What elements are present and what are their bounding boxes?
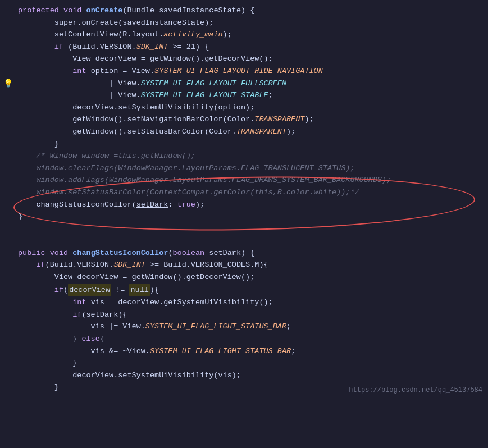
lightbulb-icon: 💡 [3,77,13,90]
code-text: void [50,247,68,259]
code-text: activity_main [163,29,222,41]
code-text: ){ [150,284,159,296]
code-line-comment-4: window.setStatusBarColor(ContextCompat.g… [0,186,488,199]
code-text: onCreate [86,4,123,17]
code-text: getWindow().setStatusBarColor(Color. [18,126,236,138]
code-text: ); [195,199,204,211]
code-text: ); [223,29,232,41]
code-text: int [72,296,86,309]
code-text: void [63,4,81,17]
code-text [81,4,86,17]
footer-url: https://blog.csdn.net/qq_45137584 [349,385,482,396]
code-text: (Bundle savedInstanceState) { [122,4,254,17]
code-text: } [18,381,59,394]
code-text: setDark [136,199,168,211]
code-line-12: } [0,138,488,150]
code-line-3: setContentView(R.layout.activity_main); [0,29,488,41]
code-text: window.addFlags(WindowManager.LayoutPara… [18,174,391,186]
code-text: } [18,357,77,369]
code-line-22: if(Build.VERSION.SDK_INT >= Build.VERSIO… [0,259,488,271]
code-line-4: if (Build.VERSION.SDK_INT >= 21) { [0,41,488,53]
code-text: if [36,259,45,271]
code-text: setContentView(R.layout. [18,29,163,41]
code-text: ; [291,345,295,358]
code-text: else [81,333,99,345]
code-text: SYSTEM_UI_FLAG_LIGHT_STATUS_BAR [150,345,291,358]
code-line-21: public void changStatusIconCollor(boolea… [0,247,488,259]
code-text: (Build.VERSION. [63,41,136,53]
code-line-2: super.onCreate(savedInstanceState); [0,17,488,29]
code-text [18,235,22,247]
code-text: window.setStatusBarColor(ContextCompat.g… [18,186,359,199]
code-text: if [72,309,81,321]
code-line-30: } [0,357,488,369]
code-text [18,41,54,53]
code-text: window.clearFlags(WindowManager.LayoutPa… [18,162,355,175]
code-text [18,284,54,296]
code-text [18,259,36,271]
code-line-comment-1: /* Window window =this.getWindow(); [0,150,488,162]
code-line-25: int vis = decorView.getSystemUiVisibilit… [0,296,488,309]
code-text: option = View. [86,65,155,77]
code-text: != [111,284,129,296]
code-text: ; [286,321,291,333]
code-line-comment-3: window.addFlags(WindowManager.LayoutPara… [0,174,488,186]
code-line-8: | View.SYSTEM_UI_FLAG_LAYOUT_STABLE; [0,89,488,102]
code-text: getWindow().setNavigationBarColor(Color. [18,113,254,126]
code-line-18: } [0,211,488,223]
code-text: ); [304,113,313,126]
code-text: ); [286,126,295,138]
code-text: decorView.setSystemUiVisibility(option); [18,102,254,114]
code-line-23: View decorView = getWindow().getDecorVie… [0,271,488,284]
code-text: } [18,333,81,345]
code-line-5: View decorView = getWindow().getDecorVie… [0,53,488,65]
code-text [18,309,72,321]
code-text: View decorView = getWindow().getDecorVie… [18,271,254,284]
code-text: ; [268,89,273,102]
code-text: int [72,65,86,77]
code-text [18,296,72,309]
code-text: changStatusIconCollor( [18,199,136,211]
code-line-29: vis &= ~View.SYSTEM_UI_FLAG_LIGHT_STATUS… [0,345,488,358]
code-text: SYSTEM_UI_FLAG_LAYOUT_HIDE_NAVIGATION [154,65,323,77]
code-text [45,247,50,259]
code-text [68,247,72,259]
code-text: true [177,199,195,211]
code-text: } [18,138,59,150]
code-text: { [100,333,104,345]
code-text: vis &= ~View. [18,345,150,358]
code-text: SYSTEM_UI_FLAG_LAYOUT_STABLE [141,89,268,102]
code-text [18,223,22,235]
code-text: } [18,211,22,223]
footer-url-text: https://blog.csdn.net/qq_45137584 [349,386,482,394]
code-text: View decorView = getWindow().getDecorVie… [18,53,273,65]
code-text: ( [63,284,68,296]
code-line-17: changStatusIconCollor(setDark: true); [0,199,488,211]
code-text: : [168,199,177,211]
code-text [59,4,63,17]
code-line-26: if(setDark){ [0,309,488,321]
code-text: SYSTEM_UI_FLAG_LIGHT_STATUS_BAR [145,321,286,333]
code-line-27: vis |= View.SYSTEM_UI_FLAG_LIGHT_STATUS_… [0,321,488,333]
code-text: | View. [18,77,141,90]
code-text: TRANSPARENT [236,126,286,138]
code-text: ( [168,247,172,259]
code-line-7: 💡 | View.SYSTEM_UI_FLAG_LAYOUT_FULLSCREE… [0,77,488,90]
code-text: SYSTEM_UI_FLAG_LAYOUT_FULLSCREEN [141,77,286,90]
code-text: decorView.setSystemUiVisibility(vis); [18,369,241,382]
code-text: >= 21) { [168,41,209,53]
code-text: null [129,284,149,297]
code-text: SDK_INT [136,41,168,53]
code-line-28: } else{ [0,333,488,345]
code-text: public [18,247,45,259]
code-text: (setDark){ [81,309,127,321]
code-line-31: decorView.setSystemUiVisibility(vis); [0,369,488,382]
code-text: if [54,284,63,296]
code-line-10: getWindow().setNavigationBarColor(Color.… [0,113,488,126]
code-text: vis |= View. [18,321,145,333]
code-text [18,65,72,77]
code-text: vis = decorView.getSystemUiVisibility(); [86,296,273,309]
code-line-24: if(decorView != null){ [0,284,488,297]
code-text: changStatusIconCollor [72,247,168,259]
code-line-9: decorView.setSystemUiVisibility(option); [0,102,488,114]
